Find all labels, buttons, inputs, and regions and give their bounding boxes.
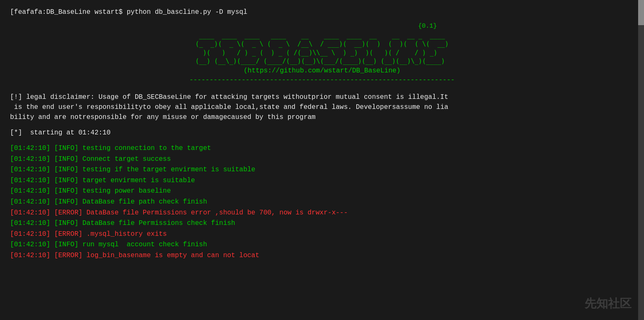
terminal-window: [feafafa:DB_BaseLine wstart$ python db_b… bbox=[10, 8, 634, 261]
ascii-art-pre: ____ ____ ____ ____ __ ____ ____ __ __ _… bbox=[195, 31, 448, 65]
log-line: [01:42:10] [INFO] DataBase file Permissi… bbox=[10, 218, 634, 229]
log-line: [01:42:10] [ERROR] log_bin_basename is e… bbox=[10, 250, 634, 261]
log-line: [01:42:10] [INFO] run mysql account chec… bbox=[10, 240, 634, 250]
starting-text: [*] starting at 01:42:10 bbox=[10, 129, 634, 137]
log-output: [01:42:10] [INFO] testing connection to … bbox=[10, 143, 634, 261]
scrollbar-thumb[interactable] bbox=[638, 0, 644, 25]
ascii-divider: ----------------------------------------… bbox=[10, 76, 634, 84]
log-line: [01:42:10] [ERROR] .mysql_history exits bbox=[10, 229, 634, 240]
log-line: [01:42:10] [INFO] testing connection to … bbox=[10, 143, 634, 154]
log-line: [01:42:10] [INFO] target envirment is su… bbox=[10, 175, 634, 186]
disclaimer-text: [!] legal disclaimer: Usage of DB_SECBas… bbox=[10, 92, 634, 122]
command-line: [feafafa:DB_BaseLine wstart$ python db_b… bbox=[10, 8, 634, 16]
log-line: [01:42:10] [INFO] Connect target success bbox=[10, 154, 634, 165]
ascii-art-block: ____ ____ ____ ____ __ ____ ____ __ __ _… bbox=[10, 31, 634, 65]
ascii-url: (https://github.com/wstart/DB_BaseLine) bbox=[10, 67, 634, 75]
ascii-version: {0.1} bbox=[10, 23, 634, 30]
log-line: [01:42:10] [ERROR] DataBase file Permiss… bbox=[10, 208, 634, 219]
log-line: [01:42:10] [INFO] testing if the target … bbox=[10, 165, 634, 175]
log-line: [01:42:10] [INFO] testing power baseline bbox=[10, 186, 634, 197]
watermark: 先知社区 bbox=[585, 296, 631, 312]
log-line: [01:42:10] [INFO] DataBase file path che… bbox=[10, 197, 634, 208]
scrollbar[interactable] bbox=[638, 0, 644, 320]
